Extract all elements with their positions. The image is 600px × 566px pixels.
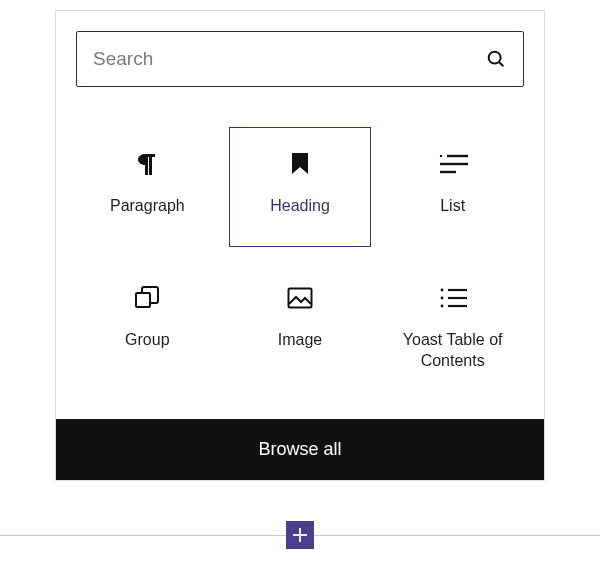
svg-point-0 <box>489 52 501 64</box>
search-icon[interactable] <box>485 48 507 70</box>
browse-all-label: Browse all <box>258 439 341 459</box>
svg-point-2 <box>439 155 441 157</box>
svg-rect-6 <box>136 293 150 307</box>
block-heading[interactable]: Heading <box>229 127 372 247</box>
blocks-grid: Paragraph Heading List <box>56 87 544 419</box>
group-icon <box>134 284 160 312</box>
image-icon <box>287 284 313 312</box>
search-input[interactable] <box>93 48 485 70</box>
svg-point-8 <box>440 289 443 292</box>
block-label: Group <box>125 330 169 351</box>
block-image[interactable]: Image <box>229 261 372 391</box>
block-label: Heading <box>270 196 330 217</box>
browse-all-button[interactable]: Browse all <box>56 419 544 480</box>
plus-icon <box>291 526 309 544</box>
svg-point-12 <box>440 305 443 308</box>
block-label: Image <box>278 330 322 351</box>
block-label: List <box>440 196 465 217</box>
toc-icon <box>439 284 467 312</box>
block-label: Paragraph <box>110 196 185 217</box>
search-box[interactable] <box>76 31 524 87</box>
paragraph-icon <box>135 150 159 178</box>
block-inserter-panel: Paragraph Heading List <box>55 10 545 481</box>
svg-point-10 <box>440 297 443 300</box>
block-group[interactable]: Group <box>76 261 219 391</box>
add-block-button[interactable] <box>286 521 314 549</box>
block-list[interactable]: List <box>381 127 524 247</box>
block-paragraph[interactable]: Paragraph <box>76 127 219 247</box>
block-label: Yoast Table of Contents <box>388 330 517 372</box>
search-wrap <box>56 11 544 87</box>
block-yoast-toc[interactable]: Yoast Table of Contents <box>381 261 524 391</box>
svg-line-1 <box>499 62 503 66</box>
list-icon <box>438 150 468 178</box>
bookmark-icon <box>290 150 310 178</box>
svg-rect-7 <box>288 289 311 308</box>
